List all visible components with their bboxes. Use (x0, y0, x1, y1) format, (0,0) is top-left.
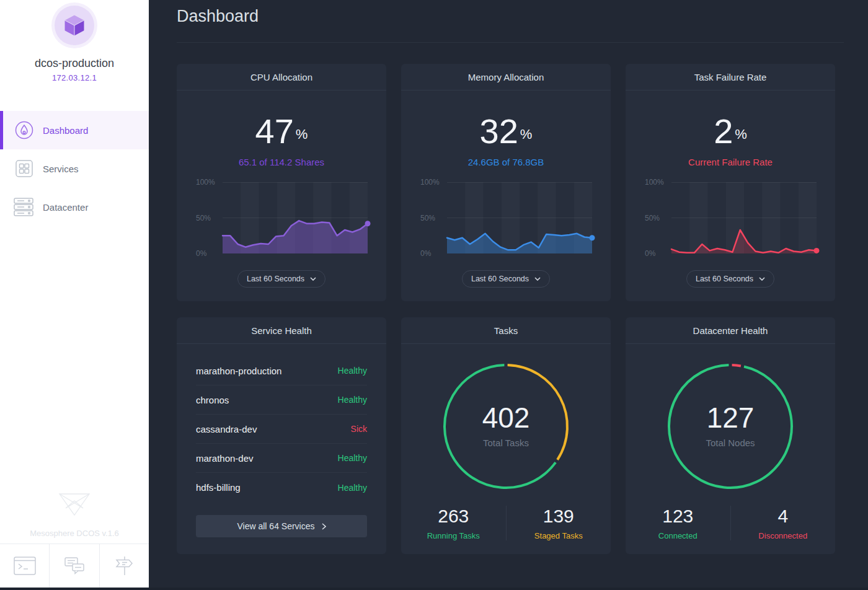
time-range-label: Last 60 Seconds (696, 275, 753, 283)
chevron-down-icon (310, 277, 316, 281)
stat-label: Staged Tasks (507, 531, 611, 540)
cube-icon (64, 14, 85, 37)
directions-button[interactable] (100, 544, 149, 588)
stat-label: Disconnected (731, 531, 836, 540)
service-row: marathon-dev Healthy (196, 444, 367, 473)
panel-title: Task Failure Rate (626, 64, 835, 90)
y-axis-tick: 50% (420, 214, 435, 222)
service-status: Healthy (338, 453, 367, 463)
tasks-panel: Tasks 402 Total Tasks 263 Running Tasks … (401, 317, 611, 554)
service-name: hdfs-billing (196, 482, 241, 493)
chevron-down-icon (534, 277, 541, 281)
datacenter-health-panel: Datacenter Health 127 Total Nodes 123 Co… (626, 317, 835, 554)
memory-subtitle: 24.6GB of 76.8GB (401, 157, 611, 167)
service-status: Healthy (338, 366, 367, 376)
failure-subtitle: Current Failure Rate (626, 157, 835, 167)
sidebar-item-services[interactable]: Services (0, 149, 149, 188)
cluster-name: dcos-production (0, 57, 149, 70)
cli-button[interactable] (0, 544, 50, 588)
chevron-down-icon (759, 277, 765, 281)
y-axis-tick: 0% (645, 249, 655, 258)
stat-value: 139 (507, 506, 611, 527)
tasks-stats: 263 Running Tasks 139 Staged Tasks (401, 506, 611, 540)
memory-percent: 32% (401, 114, 611, 152)
y-axis-tick: 100% (196, 178, 215, 187)
sidebar-nav: Dashboard Services (0, 111, 149, 226)
memory-chart: 100% 50% 0% (401, 182, 611, 254)
staged-tasks-stat: 139 Staged Tasks (507, 506, 611, 540)
service-row: marathon-production Healthy (196, 356, 367, 385)
gauge-droplet-icon (14, 120, 35, 141)
memory-percent-value: 32 (480, 112, 518, 151)
failure-percent-value: 2 (714, 112, 733, 151)
panel-title: Datacenter Health (626, 317, 835, 344)
total-nodes-value: 127 (707, 401, 755, 434)
bottom-edge (0, 588, 868, 590)
disconnected-nodes-stat: 4 Disconnected (731, 506, 836, 540)
chevron-right-icon (322, 523, 326, 530)
signpost-icon (114, 555, 134, 576)
y-axis-tick: 100% (645, 178, 664, 187)
view-all-services-button[interactable]: View all 64 Services (196, 515, 367, 537)
service-health-panel: Service Health marathon-production Healt… (177, 317, 386, 554)
stat-label: Running Tasks (401, 531, 506, 540)
sidebar-footer: Mesosphere DCOS v.1.6 (0, 487, 149, 538)
y-axis-tick: 50% (645, 214, 660, 222)
cpu-line-chart (223, 182, 368, 253)
grid-icon (14, 158, 35, 179)
panel-title: Memory Allocation (401, 64, 611, 90)
percent-sign: % (520, 117, 533, 152)
time-range-label: Last 60 Seconds (471, 275, 529, 283)
percent-sign: % (296, 117, 308, 152)
mesosphere-logo-icon (54, 487, 95, 519)
cluster-ip: 172.03.12.1 (0, 73, 149, 82)
stat-value: 123 (626, 506, 730, 527)
stat-value: 263 (401, 506, 506, 527)
service-name: chronos (196, 395, 229, 405)
sidebar-item-label: Datacenter (43, 202, 88, 213)
datacenter-donut: 127 Total Nodes (666, 363, 794, 490)
service-row: hdfs-billing Healthy (196, 473, 367, 502)
memory-allocation-panel: Memory Allocation 32% 24.6GB of 76.8GB 1… (401, 64, 611, 301)
sidebar-toolbar (0, 544, 149, 588)
version-label: Mesosphere DCOS v.1.6 (0, 529, 149, 538)
total-nodes-label: Total Nodes (706, 438, 755, 448)
cpu-chart: 100% 50% 0% (177, 182, 386, 254)
view-all-label: View all 64 Services (237, 521, 314, 531)
sidebar-item-datacenter[interactable]: Datacenter (0, 188, 149, 226)
stat-label: Connected (626, 531, 730, 540)
chat-button[interactable] (50, 544, 99, 588)
total-tasks-value: 402 (482, 401, 530, 434)
panel-title: Tasks (401, 317, 611, 344)
y-axis-tick: 50% (196, 214, 211, 222)
service-status: Healthy (338, 483, 367, 493)
service-name: marathon-production (196, 366, 281, 376)
page-title: Dashboard (177, 7, 259, 26)
sidebar: dcos-production 172.03.12.1 Dashboard (0, 0, 149, 588)
cpu-percent-value: 47 (255, 112, 294, 151)
task-failure-panel: Task Failure Rate 2% Current Failure Rat… (626, 64, 835, 301)
y-axis-tick: 0% (420, 249, 431, 258)
cpu-subtitle: 65.1 of 114.2 Shares (177, 157, 386, 167)
sidebar-item-dashboard[interactable]: Dashboard (0, 111, 149, 149)
panel-title: Service Health (177, 317, 386, 344)
cluster-logo (55, 6, 94, 45)
time-range-dropdown[interactable]: Last 60 Seconds (462, 270, 550, 288)
sidebar-item-label: Services (43, 164, 79, 174)
percent-sign: % (735, 117, 747, 152)
service-name: cassandra-dev (196, 424, 257, 434)
time-range-dropdown[interactable]: Last 60 Seconds (686, 270, 774, 288)
time-range-dropdown[interactable]: Last 60 Seconds (237, 270, 326, 288)
service-status: Sick (351, 424, 367, 434)
failure-line-chart (671, 182, 817, 253)
panel-title: CPU Allocation (177, 64, 386, 90)
service-name: marathon-dev (196, 453, 254, 464)
tasks-donut: 402 Total Tasks (442, 363, 570, 490)
service-list: marathon-production Healthy chronos Heal… (196, 356, 367, 502)
chat-icon (63, 557, 86, 575)
service-row: chronos Healthy (196, 385, 367, 415)
sidebar-item-label: Dashboard (43, 125, 88, 136)
y-axis-tick: 100% (420, 178, 440, 187)
service-row: cassandra-dev Sick (196, 415, 367, 444)
cpu-allocation-panel: CPU Allocation 47% 65.1 of 114.2 Shares … (177, 64, 386, 301)
